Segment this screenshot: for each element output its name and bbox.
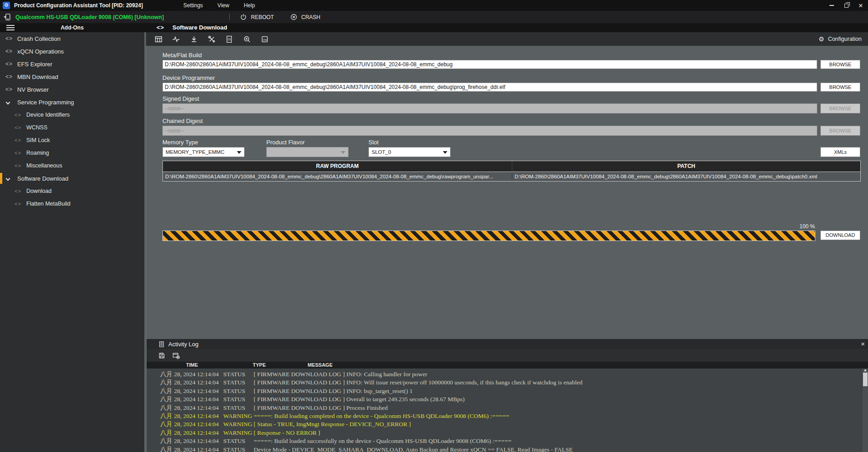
sidebar-item-label: NV Browser (17, 86, 49, 93)
log-row[interactable]: 八月 28, 2024 12:14:04WARNING[ Response - … (147, 429, 868, 437)
clear-log-icon[interactable] (172, 352, 180, 359)
log-row[interactable]: 八月 28, 2024 12:14:04WARNING=====: Build … (147, 412, 868, 420)
crash-button[interactable]: CRASH (290, 11, 320, 23)
scrollbar-thumb[interactable] (863, 373, 868, 386)
activity-icon[interactable] (172, 35, 180, 43)
xmls-button[interactable]: XMLs (820, 147, 860, 157)
log-message: [ Response - NO ERROR ] (254, 429, 320, 437)
table-icon[interactable] (154, 35, 162, 43)
active-indicator (0, 173, 2, 184)
sidebar-item-label: Service Programming (17, 99, 74, 106)
sidebar-item-nv-browser[interactable]: <>NV Browser (0, 83, 144, 96)
sidebar-item-sim-lock[interactable]: <>SIM Lock (0, 134, 144, 147)
scroll-up-icon[interactable] (864, 369, 867, 371)
log-time: 八月 28, 2024 12:14:04 (160, 437, 219, 445)
patch-cell: D:\ROM-2860\2860A1AIM37UIV10084_2024-08-… (512, 172, 860, 181)
download-arrow-icon[interactable] (190, 35, 198, 43)
log-scrollbar[interactable] (863, 368, 868, 452)
tools-icon[interactable] (207, 35, 216, 43)
sidebar-item-mbn-download[interactable]: <>MBN Download (0, 70, 144, 83)
close-button[interactable]: ✕ (853, 0, 868, 11)
log-row[interactable]: 八月 28, 2024 12:14:04STATUS[ FIRMWARE DOW… (147, 378, 868, 387)
log-time: 八月 28, 2024 12:14:04 (160, 429, 219, 437)
slot-select[interactable]: SLOT_0 (368, 147, 451, 157)
log-row[interactable]: 八月 28, 2024 12:14:04WARNING[ Status - TR… (147, 420, 868, 428)
active-indicator (0, 122, 2, 133)
log-message: [ FIRMWARE DOWNLOAD LOG ] Overall to tar… (254, 395, 465, 403)
activity-log-header: Activity Log × (147, 339, 868, 349)
sidebar-item-software-download[interactable]: Software Download (0, 172, 144, 185)
sidebar-item-label: Flatten MetaBuild (26, 201, 70, 207)
log-row[interactable]: 八月 28, 2024 12:14:04STATUS=====: Build l… (147, 437, 868, 445)
panel-title: Software Download (172, 23, 227, 32)
active-indicator (0, 84, 2, 95)
device-programmer-input[interactable] (162, 83, 817, 92)
log-type: STATUS (223, 446, 245, 452)
auto-on-icon[interactable]: ON (260, 35, 269, 43)
download-button[interactable]: DOWNLOAD (820, 231, 860, 240)
sidebar-item-efs-explorer[interactable]: <>EFS Explorer (0, 58, 144, 70)
sidebar-item-xqcn-operations[interactable]: <>xQCN Operations (0, 45, 144, 58)
sidebar-item-wcnss[interactable]: <>WCNSS (0, 121, 144, 134)
window-title: Product Configuration Assistant Tool [PI… (14, 2, 143, 9)
sidebar-item-service-programming[interactable]: Service Programming (0, 96, 144, 108)
reboot-button[interactable]: REBOOT (240, 11, 274, 23)
memory-type-select[interactable]: MEMORY_TYPE_EMMC (162, 147, 245, 157)
log-row[interactable]: 八月 28, 2024 12:14:04STATUSDevice Mode - … (147, 446, 868, 452)
log-message: [ FIRMWARE DOWNLOAD LOG ] Process Finish… (254, 404, 387, 412)
sidebar-item-label: Software Download (17, 175, 69, 182)
sidebar-item-flatten-metabuild[interactable]: <>Flatten MetaBuild (0, 197, 144, 210)
progress-bar (162, 231, 815, 241)
log-type: STATUS (223, 387, 245, 395)
close-log-icon[interactable]: × (861, 339, 865, 349)
minimize-button[interactable] (824, 0, 839, 11)
menu-settings[interactable]: Settings (183, 2, 203, 9)
sidebar-item-label: EFS Explorer (17, 61, 52, 68)
device-programmer-browse-button[interactable]: BROWSE (820, 83, 860, 92)
chevron-down-icon (237, 151, 241, 154)
code-icon: <> (157, 23, 164, 32)
meta-build-browse-button[interactable]: BROWSE (820, 60, 860, 69)
sidebar-item-device-identifiers[interactable]: <>Device Identifiers (0, 108, 144, 121)
menu-help[interactable]: Help (244, 2, 255, 9)
sidebar-item-label: Device Identifiers (26, 112, 70, 118)
section-header-band: Add-Ons <> Software Download (0, 23, 868, 32)
svg-text:01: 01 (227, 38, 231, 41)
code-icon: <> (5, 48, 15, 54)
signed-digest-input (162, 103, 817, 113)
meta-build-input[interactable] (162, 60, 817, 69)
log-type: WARNING (223, 429, 252, 437)
log-row[interactable]: 八月 28, 2024 12:14:04STATUS[ FIRMWARE DOW… (147, 395, 868, 403)
log-row[interactable]: 八月 28, 2024 12:14:04STATUS[ FIRMWARE DOW… (147, 370, 868, 378)
log-message: Device Mode - DEVICE_MODE_SAHARA_DOWNLOA… (254, 446, 573, 452)
table-row[interactable]: D:\ROM-2860\2860A1AIM37UIV10084_2024-08-… (163, 172, 860, 181)
save-log-icon[interactable] (158, 352, 165, 359)
sidebar-item-label: SIM Lock (26, 137, 50, 143)
gear-icon: ⚙ (819, 35, 824, 43)
chevron-down-icon (5, 99, 15, 105)
menu-view[interactable]: View (217, 2, 229, 9)
sidebar-item-download[interactable]: <>Download (0, 185, 144, 197)
sidebar-item-roaming[interactable]: <>Roaming (0, 147, 144, 159)
code-icon: <> (15, 138, 25, 143)
device-icon (3, 13, 11, 21)
progress-bar-fill (163, 231, 815, 241)
binary-file-icon[interactable]: 01 (225, 35, 233, 43)
svg-text:ON: ON (263, 38, 267, 41)
configuration-button[interactable]: ⚙ Configuration (819, 32, 862, 46)
configuration-label: Configuration (828, 36, 862, 42)
log-row[interactable]: 八月 28, 2024 12:14:04STATUS[ FIRMWARE DOW… (147, 404, 868, 412)
restore-button[interactable] (839, 0, 853, 11)
chained-digest-input (162, 126, 817, 136)
main-toolbar: 01ON ⚙ Configuration (146, 32, 868, 46)
sidebar-item-miscellaneous[interactable]: <>Miscellaneous (0, 159, 144, 172)
log-type: STATUS (223, 404, 245, 412)
sidebar-item-crash-collection[interactable]: <>Crash Collection (0, 32, 144, 45)
activity-log-toolbar (147, 349, 868, 362)
search-error-icon[interactable] (243, 35, 251, 43)
raw-program-cell: D:\ROM-2860\2860A1AIM37UIV10084_2024-08-… (163, 172, 512, 181)
log-row[interactable]: 八月 28, 2024 12:14:04STATUS[ FIRMWARE DOW… (147, 387, 868, 395)
message-column-header: MESSAGE (308, 362, 333, 368)
product-flavor-select (266, 147, 348, 157)
code-icon: <> (5, 35, 15, 42)
